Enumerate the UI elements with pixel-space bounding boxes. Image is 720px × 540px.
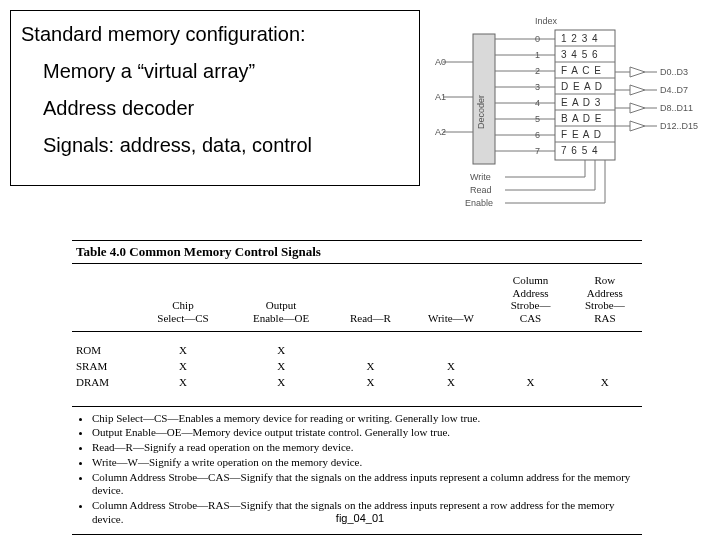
ctrl-write: Write bbox=[470, 172, 491, 182]
th-w: Write—W bbox=[409, 264, 494, 331]
cell: X bbox=[136, 342, 230, 358]
cell: X bbox=[230, 342, 332, 358]
cell bbox=[568, 358, 642, 374]
table-header-row: ChipSelect—CS OutputEnable—OE Read—R Wri… bbox=[72, 264, 642, 331]
th-oe: OutputEnable—OE bbox=[230, 264, 332, 331]
cell: X bbox=[568, 374, 642, 390]
table-row: ROM X X bbox=[72, 342, 642, 358]
addr-a0: A0 bbox=[435, 57, 446, 67]
table-row: SRAM X X X X bbox=[72, 358, 642, 374]
idx-3: 3 bbox=[535, 82, 540, 92]
intro-bullet-2: Address decoder bbox=[43, 97, 409, 120]
memory-diagram: Decoder A0 A1 A2 Index 0 1 2 3 4 5 6 7 1… bbox=[435, 12, 705, 216]
signals-table: ChipSelect—CS OutputEnable—OE Read—R Wri… bbox=[72, 264, 642, 400]
cell: X bbox=[332, 374, 408, 390]
cell: X bbox=[409, 374, 494, 390]
note-item: Column Address Strobe—CAS—Signify that t… bbox=[92, 471, 640, 499]
dout-2: D8..D11 bbox=[660, 103, 693, 113]
note-item: Read—R—Signify a read operation on the m… bbox=[92, 441, 640, 455]
cell: X bbox=[230, 374, 332, 390]
th-cas: ColumnAddressStrobe—CAS bbox=[493, 264, 567, 331]
svg-marker-24 bbox=[630, 85, 645, 95]
index-label: Index bbox=[535, 16, 558, 26]
mem-row-6: F E A D bbox=[561, 129, 602, 140]
svg-marker-27 bbox=[630, 103, 645, 113]
svg-marker-21 bbox=[630, 67, 645, 77]
cell bbox=[409, 342, 494, 358]
idx-1: 1 bbox=[535, 50, 540, 60]
th-cs: ChipSelect—CS bbox=[136, 264, 230, 331]
table-title: Table 4.0 Common Memory Control Signals bbox=[72, 240, 642, 264]
decoder-label: Decoder bbox=[476, 95, 486, 129]
note-item: Write—W—Signify a write operation on the… bbox=[92, 456, 640, 470]
cell: X bbox=[136, 374, 230, 390]
cell: X bbox=[409, 358, 494, 374]
signals-table-wrap: Table 4.0 Common Memory Control Signals … bbox=[72, 240, 642, 535]
mem-row-7: 7 6 5 4 bbox=[561, 145, 599, 156]
cell: X bbox=[493, 374, 567, 390]
idx-4: 4 bbox=[535, 98, 540, 108]
cell-label: SRAM bbox=[72, 358, 136, 374]
dout-0: D0..D3 bbox=[660, 67, 688, 77]
mem-row-0: 1 2 3 4 bbox=[561, 33, 599, 44]
intro-title: Standard memory configuration: bbox=[21, 23, 409, 46]
th-r: Read—R bbox=[332, 264, 408, 331]
th-ras: RowAddressStrobe—RAS bbox=[568, 264, 642, 331]
cell: X bbox=[230, 358, 332, 374]
cell: X bbox=[332, 358, 408, 374]
table-row: DRAM X X X X X X bbox=[72, 374, 642, 390]
svg-marker-30 bbox=[630, 121, 645, 131]
note-item: Chip Select—CS—Enables a memory device f… bbox=[92, 412, 640, 426]
intro-text-box: Standard memory configuration: Memory a … bbox=[10, 10, 420, 186]
mem-row-2: F A C E bbox=[561, 65, 602, 76]
cell-label: DRAM bbox=[72, 374, 136, 390]
idx-0: 0 bbox=[535, 34, 540, 44]
idx-6: 6 bbox=[535, 130, 540, 140]
figure-caption: fig_04_01 bbox=[0, 512, 720, 524]
intro-bullet-1: Memory a “virtual array” bbox=[43, 60, 409, 83]
intro-bullet-3: Signals: address, data, control bbox=[43, 134, 409, 157]
cell: X bbox=[136, 358, 230, 374]
ctrl-read: Read bbox=[470, 185, 492, 195]
note-item: Output Enable—OE—Memory device output tr… bbox=[92, 426, 640, 440]
idx-7: 7 bbox=[535, 146, 540, 156]
mem-row-5: B A D E bbox=[561, 113, 602, 124]
cell bbox=[493, 342, 567, 358]
dout-1: D4..D7 bbox=[660, 85, 688, 95]
memory-diagram-svg: Decoder A0 A1 A2 Index 0 1 2 3 4 5 6 7 1… bbox=[435, 12, 705, 212]
th-blank bbox=[72, 264, 136, 331]
cell bbox=[493, 358, 567, 374]
mem-row-3: D E A D bbox=[561, 81, 603, 92]
cell bbox=[332, 342, 408, 358]
ctrl-enable: Enable bbox=[465, 198, 493, 208]
mem-row-4: E A D 3 bbox=[561, 97, 601, 108]
mem-row-1: 3 4 5 6 bbox=[561, 49, 599, 60]
idx-2: 2 bbox=[535, 66, 540, 76]
cell bbox=[568, 342, 642, 358]
idx-5: 5 bbox=[535, 114, 540, 124]
cell-label: ROM bbox=[72, 342, 136, 358]
dout-3: D12..D15 bbox=[660, 121, 698, 131]
addr-a2: A2 bbox=[435, 127, 446, 137]
addr-a1: A1 bbox=[435, 92, 446, 102]
